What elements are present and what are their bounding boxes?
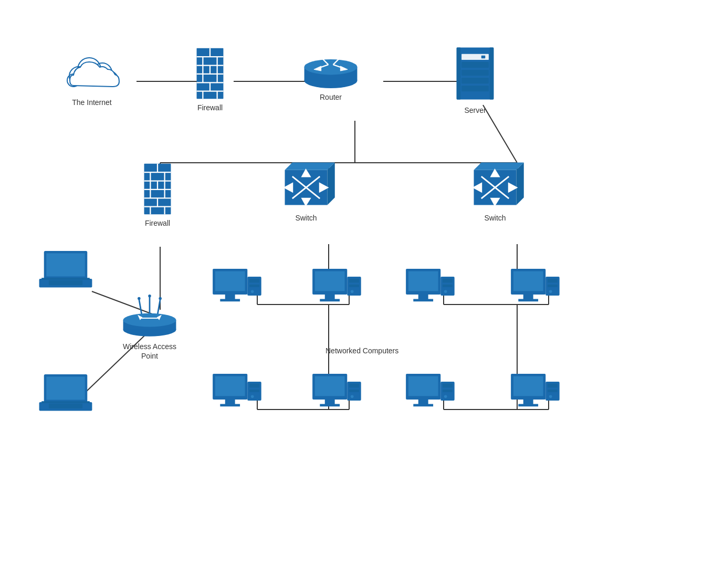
svg-rect-186 bbox=[513, 376, 543, 396]
firewall2-label: Firewall bbox=[145, 218, 170, 228]
wap-icon bbox=[121, 291, 178, 339]
svg-point-110 bbox=[138, 297, 141, 300]
svg-rect-143 bbox=[349, 285, 359, 287]
pc3-icon bbox=[403, 268, 456, 312]
server-label: Server bbox=[464, 106, 486, 115]
svg-rect-158 bbox=[548, 279, 558, 283]
svg-rect-128 bbox=[41, 401, 90, 403]
firewall2-node: Firewall bbox=[134, 163, 181, 228]
svg-rect-125 bbox=[46, 376, 85, 400]
svg-rect-66 bbox=[461, 70, 489, 76]
svg-marker-91 bbox=[327, 163, 334, 205]
svg-rect-180 bbox=[413, 404, 433, 407]
pc2-node bbox=[304, 268, 368, 312]
svg-rect-162 bbox=[215, 376, 245, 396]
svg-rect-171 bbox=[325, 400, 335, 404]
internet-node: The Internet bbox=[52, 52, 131, 107]
svg-marker-99 bbox=[474, 163, 524, 170]
svg-point-160 bbox=[549, 290, 552, 293]
svg-rect-178 bbox=[408, 376, 438, 396]
svg-rect-172 bbox=[320, 404, 340, 407]
svg-rect-135 bbox=[249, 285, 259, 287]
pc7-node bbox=[398, 373, 461, 417]
pc7-icon bbox=[403, 373, 456, 417]
pc5-node bbox=[205, 373, 268, 417]
pc8-icon bbox=[508, 373, 561, 417]
svg-point-53 bbox=[304, 59, 358, 75]
svg-rect-139 bbox=[325, 295, 335, 299]
internet-label: The Internet bbox=[72, 98, 112, 107]
networked-computers-label: Networked Computers bbox=[326, 346, 398, 355]
svg-rect-164 bbox=[220, 404, 240, 407]
svg-point-192 bbox=[549, 395, 552, 398]
svg-rect-154 bbox=[513, 271, 543, 291]
firewall1-icon bbox=[194, 47, 226, 100]
svg-rect-170 bbox=[315, 376, 345, 396]
switch2-icon bbox=[466, 158, 524, 210]
svg-point-115 bbox=[123, 313, 176, 327]
svg-rect-167 bbox=[249, 390, 259, 392]
svg-rect-159 bbox=[548, 285, 558, 287]
svg-rect-138 bbox=[315, 271, 345, 291]
svg-point-112 bbox=[159, 297, 162, 300]
svg-rect-127 bbox=[49, 404, 82, 408]
svg-rect-156 bbox=[518, 299, 538, 302]
svg-marker-100 bbox=[516, 163, 523, 205]
pc6-icon bbox=[310, 373, 362, 417]
svg-point-152 bbox=[444, 290, 447, 293]
svg-rect-188 bbox=[518, 404, 538, 407]
svg-rect-123 bbox=[41, 278, 90, 280]
switch2-label: Switch bbox=[484, 213, 506, 223]
svg-rect-142 bbox=[349, 279, 359, 283]
svg-rect-187 bbox=[523, 400, 533, 404]
svg-rect-134 bbox=[249, 279, 259, 283]
router-node: Router bbox=[299, 47, 362, 102]
laptop2-node bbox=[32, 373, 100, 415]
svg-point-136 bbox=[251, 290, 254, 293]
svg-point-111 bbox=[148, 295, 151, 298]
svg-point-144 bbox=[351, 290, 354, 293]
svg-rect-147 bbox=[418, 295, 428, 299]
svg-rect-150 bbox=[443, 279, 453, 283]
wap-label: Wireless Access Point bbox=[123, 342, 176, 361]
svg-point-184 bbox=[444, 395, 447, 398]
svg-rect-191 bbox=[548, 390, 558, 392]
svg-rect-132 bbox=[220, 299, 240, 302]
pc1-icon bbox=[210, 268, 262, 312]
switch1-label: Switch bbox=[295, 213, 317, 223]
pc2-icon bbox=[310, 268, 362, 312]
router-label: Router bbox=[320, 92, 342, 102]
router-icon bbox=[302, 47, 360, 89]
laptop1-node bbox=[32, 249, 100, 291]
svg-marker-90 bbox=[285, 163, 335, 170]
pc1-node bbox=[205, 268, 268, 312]
switch1-node: Switch bbox=[272, 158, 340, 223]
server-icon bbox=[454, 45, 496, 102]
svg-rect-166 bbox=[249, 384, 259, 388]
wap-node: Wireless Access Point bbox=[110, 291, 189, 361]
server-node: Server bbox=[446, 45, 504, 115]
svg-rect-120 bbox=[46, 253, 85, 276]
firewall1-label: Firewall bbox=[197, 103, 223, 112]
svg-rect-148 bbox=[413, 299, 433, 302]
svg-point-176 bbox=[351, 395, 354, 398]
switch1-icon bbox=[277, 158, 335, 210]
laptop1-icon bbox=[37, 249, 94, 291]
laptop2-icon bbox=[37, 373, 94, 415]
pc6-node bbox=[304, 373, 368, 417]
svg-rect-70 bbox=[457, 48, 461, 100]
svg-rect-174 bbox=[349, 384, 359, 388]
internet-icon bbox=[60, 52, 123, 94]
firewall1-node: Firewall bbox=[186, 47, 234, 112]
svg-rect-122 bbox=[49, 280, 82, 285]
network-diagram: The Internet Firewall bbox=[0, 0, 714, 588]
svg-rect-130 bbox=[215, 271, 245, 291]
svg-rect-65 bbox=[461, 62, 489, 68]
svg-rect-190 bbox=[548, 384, 558, 388]
svg-rect-69 bbox=[481, 56, 486, 59]
pc4-node bbox=[503, 268, 566, 312]
firewall2-icon bbox=[142, 163, 173, 215]
svg-rect-163 bbox=[225, 400, 235, 404]
switch2-node: Switch bbox=[461, 158, 529, 223]
pc5-icon bbox=[210, 373, 262, 417]
